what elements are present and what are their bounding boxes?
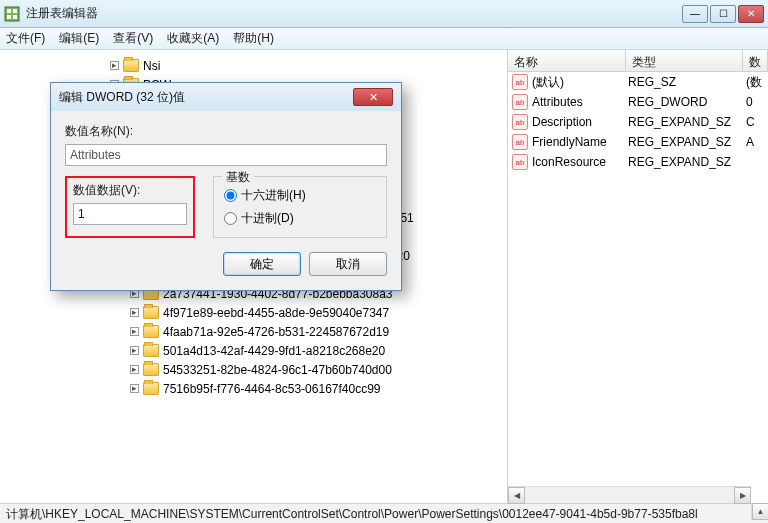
list-cell-name: (默认) — [532, 74, 628, 91]
menu-view[interactable]: 查看(V) — [113, 30, 153, 47]
value-name-input[interactable] — [65, 144, 387, 166]
radio-hex[interactable] — [224, 189, 237, 202]
value-icon: ab — [512, 94, 528, 110]
tree-item[interactable]: ▸54533251-82be-4824-96c1-47b60b740d00 — [110, 360, 507, 379]
tree-item-label: 501a4d13-42af-4429-9fd1-a8218c268e20 — [163, 344, 385, 358]
col-name[interactable]: 名称 — [508, 50, 626, 71]
expand-icon[interactable]: ▸ — [130, 327, 139, 336]
value-icon: ab — [512, 114, 528, 130]
folder-icon — [143, 344, 159, 357]
tree-item[interactable]: ▸4faab71a-92e5-4726-b531-224587672d19 — [110, 322, 507, 341]
tree-item-label: Nsi — [143, 59, 160, 73]
expand-icon[interactable]: ▸ — [130, 346, 139, 355]
value-data-group: 数值数据(V): — [65, 176, 195, 238]
list-row[interactable]: abIconResourceREG_EXPAND_SZ — [508, 152, 768, 172]
expand-icon[interactable]: ▸ — [130, 384, 139, 393]
list-cell-data: A — [746, 135, 764, 149]
radio-hex-label: 十六进制(H) — [241, 187, 306, 204]
tree-item-label: 54533251-82be-4824-96c1-47b60b740d00 — [163, 363, 392, 377]
scroll-up-icon[interactable]: ▲ — [752, 503, 768, 520]
tree-item-label: 4faab71a-92e5-4726-b531-224587672d19 — [163, 325, 389, 339]
dialog-title: 编辑 DWORD (32 位)值 — [59, 89, 353, 106]
menu-bar: 文件(F) 编辑(E) 查看(V) 收藏夹(A) 帮助(H) — [0, 28, 768, 50]
value-name-label: 数值名称(N): — [65, 123, 387, 140]
maximize-button[interactable]: ☐ — [710, 5, 736, 23]
folder-icon — [143, 382, 159, 395]
svg-rect-2 — [13, 9, 17, 13]
list-cell-type: REG_SZ — [628, 75, 746, 89]
menu-help[interactable]: 帮助(H) — [233, 30, 274, 47]
close-button[interactable]: ✕ — [738, 5, 764, 23]
list-cell-type: REG_EXPAND_SZ — [628, 135, 746, 149]
list-row[interactable]: abDescriptionREG_EXPAND_SZC — [508, 112, 768, 132]
radio-dec[interactable] — [224, 212, 237, 225]
list-cell-name: Description — [532, 115, 628, 129]
list-cell-name: IconResource — [532, 155, 628, 169]
value-data-input[interactable] — [73, 203, 187, 225]
list-cell-data: C — [746, 115, 764, 129]
ok-button[interactable]: 确定 — [223, 252, 301, 276]
window-titlebar: 注册表编辑器 — ☐ ✕ — [0, 0, 768, 28]
dialog-close-button[interactable]: ✕ — [353, 88, 393, 106]
radio-dec-label: 十进制(D) — [241, 210, 294, 227]
folder-icon — [143, 306, 159, 319]
value-icon: ab — [512, 134, 528, 150]
tree-item[interactable]: ▸Nsi — [110, 56, 507, 75]
folder-icon — [143, 363, 159, 376]
list-cell-type: REG_EXPAND_SZ — [628, 155, 746, 169]
list-cell-type: REG_EXPAND_SZ — [628, 115, 746, 129]
list-row[interactable]: abFriendlyNameREG_EXPAND_SZA — [508, 132, 768, 152]
base-group: 基数 十六进制(H) 十进制(D) — [213, 176, 387, 238]
list-row[interactable]: abAttributesREG_DWORD0 — [508, 92, 768, 112]
list-header: 名称 类型 数 — [508, 50, 768, 72]
tree-item-label: 7516b95f-f776-4464-8c53-06167f40cc99 — [163, 382, 381, 396]
expand-icon[interactable]: ▸ — [130, 308, 139, 317]
list-vscroll[interactable]: ▲ — [751, 503, 768, 520]
dialog-titlebar[interactable]: 编辑 DWORD (32 位)值 ✕ — [51, 83, 401, 111]
menu-edit[interactable]: 编辑(E) — [59, 30, 99, 47]
col-data[interactable]: 数 — [743, 50, 768, 71]
value-icon: ab — [512, 74, 528, 90]
app-icon — [4, 6, 20, 22]
list-hscroll[interactable]: ◀ ▶ — [508, 486, 751, 503]
edit-dword-dialog: 编辑 DWORD (32 位)值 ✕ 数值名称(N): 数值数据(V): 基数 … — [50, 82, 402, 291]
expand-icon[interactable]: ▸ — [110, 61, 119, 70]
expand-icon[interactable]: ▸ — [130, 365, 139, 374]
svg-rect-4 — [13, 15, 17, 19]
list-cell-data: (数 — [746, 74, 764, 91]
menu-file[interactable]: 文件(F) — [6, 30, 45, 47]
scroll-left-icon[interactable]: ◀ — [508, 487, 525, 504]
base-legend: 基数 — [222, 169, 254, 186]
tree-item[interactable]: ▸4f971e89-eebd-4455-a8de-9e59040e7347 — [110, 303, 507, 322]
cancel-button[interactable]: 取消 — [309, 252, 387, 276]
tree-item[interactable]: ▸7516b95f-f776-4464-8c53-06167f40cc99 — [110, 379, 507, 398]
svg-rect-3 — [7, 15, 11, 19]
value-icon: ab — [512, 154, 528, 170]
list-row[interactable]: ab(默认)REG_SZ(数 — [508, 72, 768, 92]
list-cell-data: 0 — [746, 95, 764, 109]
scroll-right-icon[interactable]: ▶ — [734, 487, 751, 504]
col-type[interactable]: 类型 — [626, 50, 743, 71]
window-title: 注册表编辑器 — [26, 5, 682, 22]
menu-favorites[interactable]: 收藏夹(A) — [167, 30, 219, 47]
svg-rect-1 — [7, 9, 11, 13]
minimize-button[interactable]: — — [682, 5, 708, 23]
value-data-label: 数值数据(V): — [73, 182, 187, 199]
folder-icon — [123, 59, 139, 72]
list-panel[interactable]: 名称 类型 数 ab(默认)REG_SZ(数abAttributesREG_DW… — [508, 50, 768, 503]
tree-item-label: 4f971e89-eebd-4455-a8de-9e59040e7347 — [163, 306, 389, 320]
status-bar: 计算机\HKEY_LOCAL_MACHINE\SYSTEM\CurrentCon… — [0, 503, 768, 523]
list-cell-name: Attributes — [532, 95, 628, 109]
tree-item[interactable]: ▸501a4d13-42af-4429-9fd1-a8218c268e20 — [110, 341, 507, 360]
list-cell-name: FriendlyName — [532, 135, 628, 149]
list-cell-type: REG_DWORD — [628, 95, 746, 109]
folder-icon — [143, 325, 159, 338]
